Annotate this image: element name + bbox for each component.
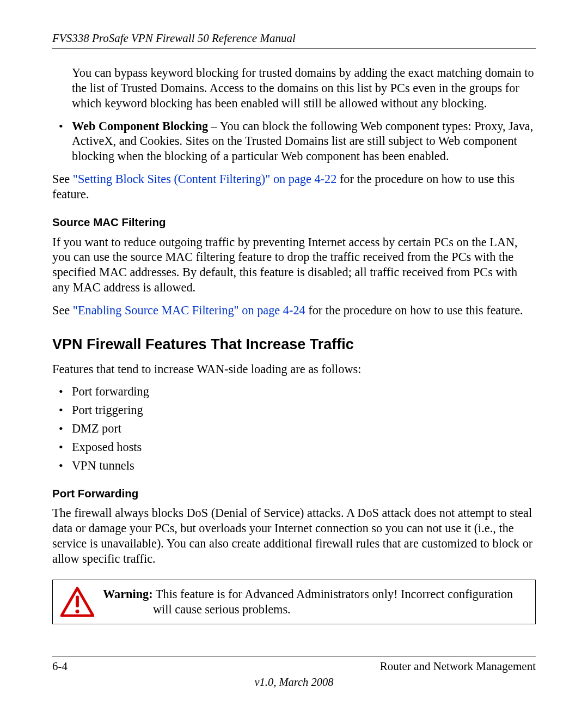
list-item: VPN tunnels: [52, 458, 536, 473]
svg-point-2: [76, 610, 79, 613]
page-header: FVS338 ProSafe VPN Firewall 50 Reference…: [52, 32, 536, 49]
intro-paragraph: You can bypass keyword blocking for trus…: [72, 65, 536, 111]
footer-section: Router and Network Management: [380, 660, 536, 673]
see-pre-2: See: [52, 303, 73, 317]
svg-rect-1: [76, 595, 79, 607]
heading-source-mac: Source MAC Filtering: [52, 215, 536, 229]
header-title: FVS338 ProSafe VPN Firewall 50 Reference…: [52, 32, 296, 45]
see-reference-2: See "Enabling Source MAC Filtering" on p…: [52, 303, 536, 318]
page-footer: 6-4 Router and Network Management: [52, 654, 536, 673]
footer-version: v1.0, March 2008: [255, 676, 334, 689]
list-item: Port triggering: [52, 403, 536, 418]
heading-vpn-features: VPN Firewall Features That Increase Traf…: [52, 336, 536, 354]
warning-box: Warning: This feature is for Advanced Ad…: [52, 580, 536, 624]
bullet-web-component: Web Component Blocking – You can block t…: [52, 119, 536, 165]
warning-label: Warning:: [103, 587, 153, 601]
see-pre: See: [52, 172, 73, 186]
list-item-label: VPN tunnels: [72, 459, 134, 472]
list-item-label: Port forwarding: [72, 385, 149, 398]
feature-list: Port forwarding Port triggering DMZ port…: [52, 384, 536, 473]
see-post-2: for the procedure on how to use this fea…: [305, 303, 523, 317]
list-item-label: Port triggering: [72, 403, 143, 417]
list-item: Exposed hosts: [52, 440, 536, 455]
link-block-sites[interactable]: "Setting Block Sites (Content Filtering)…: [73, 172, 337, 186]
list-item: Port forwarding: [52, 384, 536, 399]
page: FVS338 ProSafe VPN Firewall 50 Reference…: [0, 0, 588, 706]
bullet-title: Web Component Blocking: [72, 119, 208, 133]
body-content: You can bypass keyword blocking for trus…: [52, 65, 536, 624]
warning-icon: [60, 587, 94, 617]
link-mac-filtering[interactable]: "Enabling Source MAC Filtering" on page …: [73, 303, 305, 317]
list-item: DMZ port: [52, 421, 536, 436]
heading-port-forwarding: Port Forwarding: [52, 486, 536, 501]
warning-body: This feature is for Advanced Administrat…: [153, 587, 513, 616]
port-forwarding-paragraph: The firewall always blocks DoS (Denial o…: [52, 506, 536, 566]
list-item-label: Exposed hosts: [72, 440, 142, 454]
warning-text: Warning: This feature is for Advanced Ad…: [103, 587, 528, 617]
mac-paragraph: If you want to reduce outgoing traffic b…: [52, 235, 536, 295]
see-reference-1: See "Setting Block Sites (Content Filter…: [52, 172, 536, 202]
footer-page-number: 6-4: [52, 660, 68, 673]
list-item-label: DMZ port: [72, 422, 121, 435]
features-intro: Features that tend to increase WAN-side …: [52, 362, 536, 377]
